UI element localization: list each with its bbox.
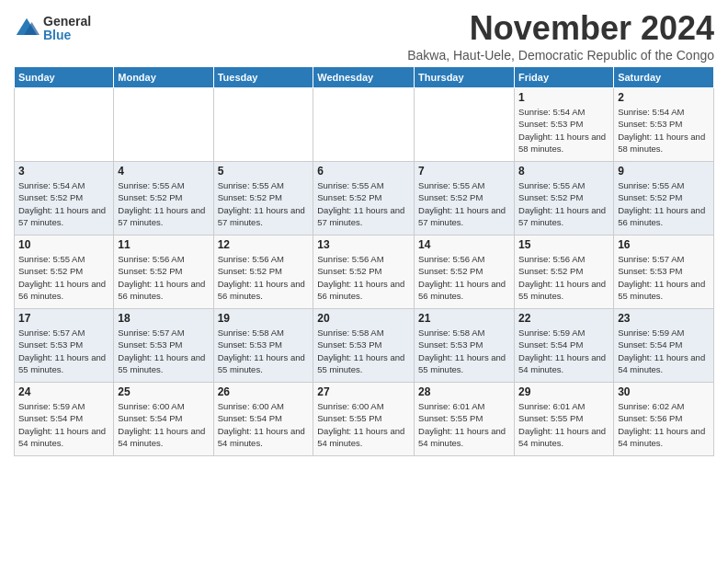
day-info: Sunrise: 5:56 AM Sunset: 5:52 PM Dayligh… <box>518 253 609 302</box>
day-number: 1 <box>518 91 609 104</box>
day-info: Sunrise: 6:00 AM Sunset: 5:55 PM Dayligh… <box>317 400 410 449</box>
day-number: 21 <box>418 312 510 325</box>
calendar-cell: 5Sunrise: 5:55 AM Sunset: 5:52 PM Daylig… <box>213 162 313 236</box>
day-info: Sunrise: 5:57 AM Sunset: 5:53 PM Dayligh… <box>118 327 209 375</box>
day-number: 30 <box>618 385 710 398</box>
calendar-cell: 18Sunrise: 5:57 AM Sunset: 5:53 PM Dayli… <box>114 309 213 383</box>
day-number: 18 <box>118 312 209 325</box>
day-info: Sunrise: 5:56 AM Sunset: 5:52 PM Dayligh… <box>317 253 410 302</box>
subtitle: Bakwa, Haut-Uele, Democratic Republic of… <box>407 48 714 63</box>
day-info: Sunrise: 5:55 AM Sunset: 5:52 PM Dayligh… <box>317 179 410 228</box>
day-number: 23 <box>618 312 710 325</box>
day-info: Sunrise: 5:59 AM Sunset: 5:54 PM Dayligh… <box>18 400 109 449</box>
calendar-cell <box>15 88 114 162</box>
calendar-cell: 1Sunrise: 5:54 AM Sunset: 5:53 PM Daylig… <box>515 88 614 162</box>
calendar-cell: 29Sunrise: 6:01 AM Sunset: 5:55 PM Dayli… <box>515 383 614 456</box>
calendar-cell: 23Sunrise: 5:59 AM Sunset: 5:54 PM Dayli… <box>614 309 714 383</box>
calendar-cell: 7Sunrise: 5:55 AM Sunset: 5:52 PM Daylig… <box>415 162 515 236</box>
calendar-header: SundayMondayTuesdayWednesdayThursdayFrid… <box>15 67 714 88</box>
title-area: November 2024 Bakwa, Haut-Uele, Democrat… <box>407 9 714 63</box>
day-number: 19 <box>218 312 310 325</box>
day-number: 3 <box>18 165 109 178</box>
day-info: Sunrise: 6:01 AM Sunset: 5:55 PM Dayligh… <box>418 400 510 449</box>
logo-blue: Blue <box>43 29 91 42</box>
day-info: Sunrise: 6:01 AM Sunset: 5:55 PM Dayligh… <box>518 400 609 449</box>
calendar-cell: 14Sunrise: 5:56 AM Sunset: 5:52 PM Dayli… <box>415 236 515 309</box>
day-info: Sunrise: 5:57 AM Sunset: 5:53 PM Dayligh… <box>618 253 710 302</box>
day-number: 15 <box>518 238 609 251</box>
logo-icon <box>14 16 40 41</box>
day-info: Sunrise: 5:55 AM Sunset: 5:52 PM Dayligh… <box>18 253 109 302</box>
calendar-cell: 17Sunrise: 5:57 AM Sunset: 5:53 PM Dayli… <box>15 309 114 383</box>
calendar-cell: 11Sunrise: 5:56 AM Sunset: 5:52 PM Dayli… <box>114 236 213 309</box>
day-info: Sunrise: 5:55 AM Sunset: 5:52 PM Dayligh… <box>118 179 209 228</box>
calendar-cell: 2Sunrise: 5:54 AM Sunset: 5:53 PM Daylig… <box>614 88 714 162</box>
calendar-cell <box>114 88 213 162</box>
calendar-cell <box>415 88 515 162</box>
calendar-cell: 25Sunrise: 6:00 AM Sunset: 5:54 PM Dayli… <box>114 383 213 456</box>
calendar-cell: 9Sunrise: 5:55 AM Sunset: 5:52 PM Daylig… <box>614 162 714 236</box>
calendar-body: 1Sunrise: 5:54 AM Sunset: 5:53 PM Daylig… <box>15 88 714 456</box>
calendar-cell: 30Sunrise: 6:02 AM Sunset: 5:56 PM Dayli… <box>614 383 714 456</box>
calendar-cell: 12Sunrise: 5:56 AM Sunset: 5:52 PM Dayli… <box>213 236 313 309</box>
day-info: Sunrise: 6:02 AM Sunset: 5:56 PM Dayligh… <box>618 400 710 449</box>
day-info: Sunrise: 5:55 AM Sunset: 5:52 PM Dayligh… <box>218 179 310 228</box>
calendar-cell: 3Sunrise: 5:54 AM Sunset: 5:52 PM Daylig… <box>15 162 114 236</box>
day-info: Sunrise: 5:54 AM Sunset: 5:53 PM Dayligh… <box>518 106 609 155</box>
logo-general: General <box>43 15 91 29</box>
calendar-cell: 26Sunrise: 6:00 AM Sunset: 5:54 PM Dayli… <box>213 383 313 456</box>
day-number: 2 <box>618 91 710 104</box>
day-info: Sunrise: 6:00 AM Sunset: 5:54 PM Dayligh… <box>118 400 209 449</box>
week-row-3: 10Sunrise: 5:55 AM Sunset: 5:52 PM Dayli… <box>15 236 714 309</box>
day-number: 12 <box>218 238 310 251</box>
day-number: 22 <box>518 312 609 325</box>
header-thursday: Thursday <box>415 67 515 88</box>
day-info: Sunrise: 5:56 AM Sunset: 5:52 PM Dayligh… <box>418 253 510 302</box>
day-number: 14 <box>418 238 510 251</box>
week-row-5: 24Sunrise: 5:59 AM Sunset: 5:54 PM Dayli… <box>15 383 714 456</box>
calendar-cell: 8Sunrise: 5:55 AM Sunset: 5:52 PM Daylig… <box>515 162 614 236</box>
day-number: 6 <box>317 165 410 178</box>
calendar-cell: 13Sunrise: 5:56 AM Sunset: 5:52 PM Dayli… <box>313 236 415 309</box>
day-info: Sunrise: 5:55 AM Sunset: 5:52 PM Dayligh… <box>418 179 510 228</box>
day-info: Sunrise: 5:57 AM Sunset: 5:53 PM Dayligh… <box>18 327 109 375</box>
header-sunday: Sunday <box>15 67 114 88</box>
day-number: 20 <box>317 312 410 325</box>
day-info: Sunrise: 5:56 AM Sunset: 5:52 PM Dayligh… <box>118 253 209 302</box>
calendar-cell: 27Sunrise: 6:00 AM Sunset: 5:55 PM Dayli… <box>313 383 415 456</box>
day-number: 25 <box>118 385 209 398</box>
logo-text: General Blue <box>43 15 91 43</box>
calendar-cell: 15Sunrise: 5:56 AM Sunset: 5:52 PM Dayli… <box>515 236 614 309</box>
day-number: 16 <box>618 238 710 251</box>
day-info: Sunrise: 5:55 AM Sunset: 5:52 PM Dayligh… <box>518 179 609 228</box>
day-info: Sunrise: 5:59 AM Sunset: 5:54 PM Dayligh… <box>618 327 710 375</box>
logo: General Blue <box>14 15 91 43</box>
day-number: 28 <box>418 385 510 398</box>
day-info: Sunrise: 5:58 AM Sunset: 5:53 PM Dayligh… <box>418 327 510 375</box>
calendar-cell: 16Sunrise: 5:57 AM Sunset: 5:53 PM Dayli… <box>614 236 714 309</box>
week-row-1: 1Sunrise: 5:54 AM Sunset: 5:53 PM Daylig… <box>15 88 714 162</box>
day-number: 5 <box>218 165 310 178</box>
day-number: 8 <box>518 165 609 178</box>
header-friday: Friday <box>515 67 614 88</box>
header-monday: Monday <box>114 67 213 88</box>
day-number: 27 <box>317 385 410 398</box>
calendar-cell: 24Sunrise: 5:59 AM Sunset: 5:54 PM Dayli… <box>15 383 114 456</box>
day-number: 13 <box>317 238 410 251</box>
calendar-cell: 20Sunrise: 5:58 AM Sunset: 5:53 PM Dayli… <box>313 309 415 383</box>
day-info: Sunrise: 5:58 AM Sunset: 5:53 PM Dayligh… <box>218 327 310 375</box>
day-number: 4 <box>118 165 209 178</box>
day-number: 7 <box>418 165 510 178</box>
week-row-4: 17Sunrise: 5:57 AM Sunset: 5:53 PM Dayli… <box>15 309 714 383</box>
day-info: Sunrise: 5:59 AM Sunset: 5:54 PM Dayligh… <box>518 327 609 375</box>
month-title: November 2024 <box>407 9 714 48</box>
day-number: 17 <box>18 312 109 325</box>
header-wednesday: Wednesday <box>313 67 415 88</box>
calendar-cell <box>213 88 313 162</box>
day-number: 29 <box>518 385 609 398</box>
week-row-2: 3Sunrise: 5:54 AM Sunset: 5:52 PM Daylig… <box>15 162 714 236</box>
calendar-cell <box>313 88 415 162</box>
calendar-table: SundayMondayTuesdayWednesdayThursdayFrid… <box>14 66 714 456</box>
header-row: SundayMondayTuesdayWednesdayThursdayFrid… <box>15 67 714 88</box>
header: General Blue November 2024 Bakwa, Haut-U… <box>14 9 714 63</box>
